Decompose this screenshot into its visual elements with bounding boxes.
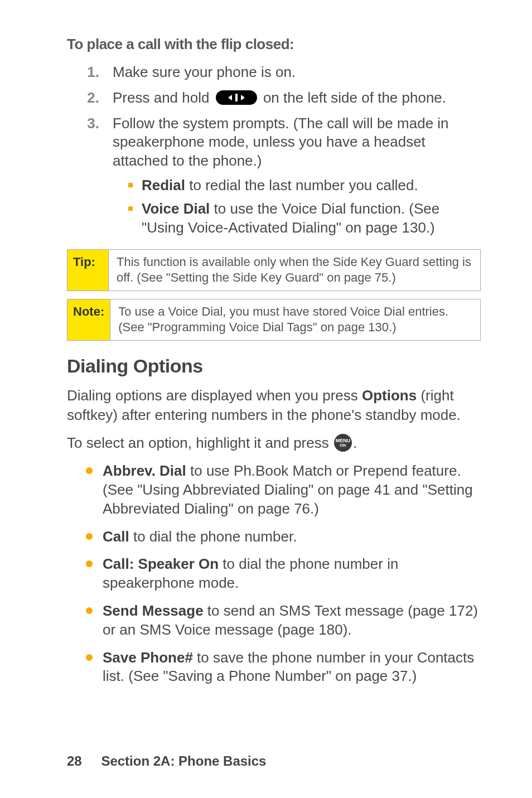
- option-call-speaker-on: Call: Speaker On to dial the phone numbe…: [86, 555, 481, 593]
- step-text-post: on the left side of the phone.: [263, 89, 446, 106]
- para-pre: To select an option, highlight it and pr…: [67, 434, 333, 451]
- step-1: 1. Make sure your phone is on.: [86, 63, 481, 82]
- numbered-steps: 1. Make sure your phone is on. 2. Press …: [86, 63, 481, 241]
- step-text: Make sure your phone is on.: [113, 63, 481, 82]
- section-label: Section 2A: Phone Basics: [101, 753, 266, 768]
- step-text: Follow the system prompts. (The call wil…: [113, 114, 481, 242]
- side-key-icon: [216, 90, 257, 105]
- sub-bullet-redial: Redial to redial the last number you cal…: [128, 176, 481, 195]
- options-list: Abbrev. Dial to use Ph.Book Match or Pre…: [86, 462, 481, 686]
- bold-label: Voice Dial: [142, 200, 210, 217]
- menu-ok-icon: MENUOK: [334, 434, 352, 452]
- para-post: .: [353, 434, 357, 451]
- paragraph-1: Dialing options are displayed when you p…: [67, 386, 481, 424]
- note-label: Note:: [67, 299, 110, 340]
- option-rest: to dial the phone number.: [129, 528, 297, 545]
- bullet-rest: to redial the last number you called.: [185, 177, 418, 194]
- step-number: 1.: [86, 63, 99, 82]
- subheading: To place a call with the flip closed:: [67, 36, 481, 53]
- note-callout: Note: To use a Voice Dial, you must have…: [67, 299, 481, 341]
- step-text-body: Follow the system prompts. (The call wil…: [113, 115, 449, 170]
- step-3: 3. Follow the system prompts. (The call …: [86, 114, 481, 242]
- tip-body: This function is available only when the…: [109, 250, 480, 291]
- note-body: To use a Voice Dial, you must have store…: [110, 299, 480, 340]
- page-footer: 28 Section 2A: Phone Basics: [67, 753, 266, 769]
- sub-bullets: Redial to redial the last number you cal…: [128, 176, 481, 237]
- option-save-phone: Save Phone# to save the phone number in …: [86, 649, 481, 686]
- bold-label: Abbrev. Dial: [103, 462, 186, 479]
- step-text-pre: Press and hold: [113, 89, 214, 106]
- bold-label: Send Message: [103, 602, 204, 619]
- icon-line2: OK: [340, 443, 346, 448]
- step-number: 2.: [86, 89, 99, 108]
- bold-label: Redial: [142, 177, 185, 194]
- tip-callout: Tip: This function is available only whe…: [67, 249, 481, 291]
- step-2: 2. Press and hold on the left side of th…: [86, 89, 481, 108]
- option-call: Call to dial the phone number.: [86, 528, 481, 546]
- paragraph-2: To select an option, highlight it and pr…: [67, 433, 481, 453]
- step-number: 3.: [86, 114, 99, 242]
- sub-bullet-voice-dial: Voice Dial to use the Voice Dial functio…: [128, 200, 481, 238]
- option-send-message: Send Message to send an SMS Text message…: [86, 602, 481, 640]
- option-abbrev-dial: Abbrev. Dial to use Ph.Book Match or Pre…: [86, 462, 481, 518]
- bold-label: Save Phone#: [103, 649, 193, 666]
- tip-label: Tip:: [67, 250, 109, 291]
- para-bold: Options: [362, 387, 417, 404]
- section-heading: Dialing Options: [67, 355, 481, 377]
- bold-label: Call: Speaker On: [103, 555, 219, 572]
- para-pre: Dialing options are displayed when you p…: [67, 387, 362, 404]
- page-number: 28: [67, 753, 82, 768]
- bold-label: Call: [103, 528, 129, 545]
- step-text: Press and hold on the left side of the p…: [113, 89, 481, 108]
